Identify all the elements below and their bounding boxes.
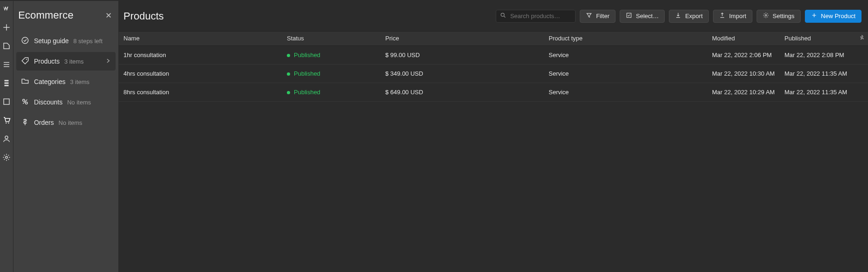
filter-button[interactable]: Filter [580, 10, 615, 23]
import-label: Import [729, 13, 746, 19]
svg-point-9 [501, 13, 504, 16]
svg-point-6 [26, 58, 27, 59]
cell-modified: Mar 22, 2022 10:29 AM [707, 83, 780, 101]
sidebar-item-label: Orders [34, 119, 54, 126]
main-panel: Products Filter Select… [119, 1, 868, 272]
page-title: Products [123, 10, 164, 22]
col-header-modified[interactable]: Modified [707, 32, 780, 45]
toolbar: Filter Select… Export Import [496, 10, 862, 23]
cell-price: $ 649.00 USD [381, 83, 544, 101]
col-header-status[interactable]: Status [282, 32, 381, 45]
status-dot-icon [287, 54, 290, 57]
table-row[interactable]: 4hrs consultation Published $ 349.00 USD… [119, 64, 868, 83]
sidebar-item-sub: No items [67, 99, 91, 106]
svg-point-3 [5, 136, 8, 139]
check-circle-icon [21, 36, 29, 46]
svg-point-5 [22, 37, 28, 44]
logo-icon[interactable] [2, 5, 11, 15]
folder-icon [21, 77, 29, 87]
sidebar-item-label: Products [34, 58, 59, 65]
status-dot-icon [287, 72, 290, 76]
dollar-icon [21, 118, 29, 128]
svg-point-11 [765, 14, 767, 16]
tag-icon [21, 57, 29, 66]
sidebar-item-discounts[interactable]: Discounts No items [16, 93, 116, 111]
status-text: Published [294, 52, 320, 58]
cell-modified: Mar 22, 2022 10:30 AM [707, 64, 780, 83]
svg-point-4 [6, 156, 8, 159]
col-header-type[interactable]: Product type [544, 32, 707, 45]
components-icon[interactable] [2, 60, 11, 71]
status-text: Published [294, 70, 320, 77]
filter-icon [586, 12, 592, 20]
import-button[interactable]: Import [713, 10, 752, 23]
search-icon [500, 12, 506, 20]
sidebar-item-setup-guide[interactable]: Setup guide 8 steps left [16, 32, 116, 50]
status-text: Published [294, 89, 320, 96]
cell-published: Mar 22, 2022 2:08 PM [780, 45, 854, 64]
import-icon [719, 12, 725, 20]
sidebar-item-sub: 3 items [70, 78, 90, 85]
checkbox-icon [626, 12, 632, 20]
cms-icon[interactable] [2, 79, 11, 89]
users-icon[interactable] [2, 135, 11, 145]
left-rail [0, 1, 13, 272]
svg-point-2 [8, 123, 9, 123]
close-icon [105, 9, 112, 21]
chevron-right-icon [105, 58, 111, 65]
svg-point-8 [26, 102, 28, 104]
sidebar-item-label: Setup guide [34, 37, 69, 45]
cell-name: 8hrs consultation [119, 83, 282, 101]
svg-point-1 [6, 123, 6, 123]
new-product-label: New Product [821, 13, 855, 19]
settings-button[interactable]: Settings [757, 10, 801, 23]
cell-status: Published [282, 45, 381, 64]
products-table: Name Status Price Product type Modified … [119, 32, 868, 102]
sidebar-item-label: Categories [34, 78, 65, 85]
pin-icon [859, 35, 865, 42]
sidebar-item-sub: 8 steps left [73, 38, 103, 45]
new-product-button[interactable]: New Product [805, 10, 862, 23]
percent-icon [21, 97, 29, 107]
export-button[interactable]: Export [669, 10, 709, 23]
export-icon [675, 12, 681, 20]
export-label: Export [685, 13, 703, 19]
filter-label: Filter [596, 13, 609, 19]
svg-rect-0 [4, 99, 9, 104]
sidebar-item-orders[interactable]: Orders No items [16, 113, 116, 132]
cell-type: Service [544, 83, 707, 101]
cell-published: Mar 22, 2022 11:35 AM [780, 83, 854, 101]
svg-rect-10 [627, 13, 631, 17]
cell-modified: Mar 22, 2022 2:06 PM [707, 45, 780, 64]
cell-status: Published [282, 64, 381, 83]
table-header-row: Name Status Price Product type Modified … [119, 32, 868, 45]
select-label: Select… [636, 13, 659, 19]
add-panel-icon[interactable] [2, 23, 11, 33]
table-row[interactable]: 1hr consultation Published $ 99.00 USD S… [119, 45, 868, 64]
col-header-price[interactable]: Price [381, 32, 544, 45]
sidebar-item-sub: No items [58, 119, 82, 126]
gear-icon [763, 12, 769, 20]
search-box[interactable] [496, 10, 576, 23]
sidebar-title: Ecommerce [18, 9, 73, 21]
col-header-pin[interactable] [854, 32, 868, 45]
sidebar-item-products[interactable]: Products 3 items [16, 52, 116, 71]
col-header-name[interactable]: Name [119, 32, 282, 45]
select-button[interactable]: Select… [620, 10, 665, 23]
search-input[interactable] [510, 13, 571, 19]
settings-rail-icon[interactable] [2, 153, 11, 163]
ecommerce-icon[interactable] [2, 116, 11, 126]
pages-icon[interactable] [2, 42, 11, 52]
cell-published: Mar 22, 2022 11:35 AM [780, 64, 854, 83]
sidebar: Ecommerce Setup guide 8 steps left Produ… [13, 1, 119, 272]
cell-name: 4hrs consultation [119, 64, 282, 83]
table-row[interactable]: 8hrs consultation Published $ 649.00 USD… [119, 83, 868, 101]
col-header-published[interactable]: Published [780, 32, 854, 45]
cell-price: $ 99.00 USD [381, 45, 544, 64]
sidebar-item-categories[interactable]: Categories 3 items [16, 72, 116, 91]
sidebar-close-button[interactable] [105, 9, 112, 21]
sidebar-item-label: Discounts [34, 98, 62, 106]
cell-type: Service [544, 45, 707, 64]
assets-icon[interactable] [2, 97, 11, 108]
sidebar-item-sub: 3 items [64, 58, 84, 65]
